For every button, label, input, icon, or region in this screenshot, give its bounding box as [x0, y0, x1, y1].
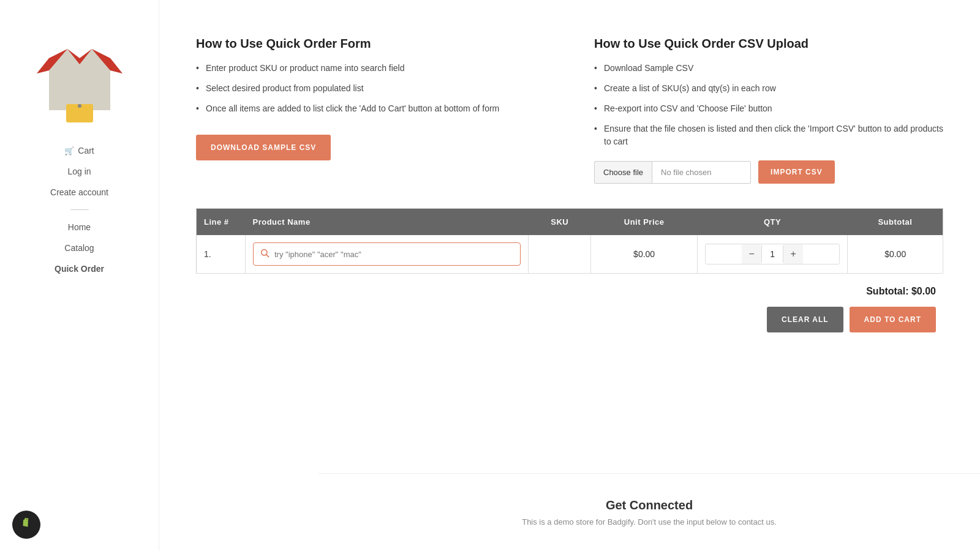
cart-icon	[64, 146, 74, 156]
table-footer: Subtotal: $0.00 CLEAR ALL ADD TO CART	[196, 274, 943, 345]
choose-file-button[interactable]: Choose file	[595, 162, 652, 183]
sidebar: Cart Log in Create account Home Catalog …	[0, 0, 159, 551]
sidebar-item-cart[interactable]: Cart	[12, 141, 146, 160]
row-line-number: 1.	[197, 235, 246, 274]
search-icon	[260, 248, 270, 260]
csv-instruction-4: Ensure that the file chosen is listed an…	[594, 122, 943, 148]
page-footer: Get Connected This is a demo store for B…	[318, 473, 980, 551]
sidebar-item-create-account[interactable]: Create account	[12, 182, 146, 202]
csv-instruction-3: Re-export into CSV and 'Choose File' but…	[594, 102, 943, 115]
row-sku-cell	[529, 235, 591, 274]
col-sku: SKU	[529, 209, 591, 236]
row-subtotal-cell: $0.00	[848, 235, 943, 274]
csv-instruction-1: Download Sample CSV	[594, 62, 943, 75]
csv-upload-row: Choose file No file chosen IMPORT CSV	[594, 160, 943, 184]
import-csv-button[interactable]: IMPORT CSV	[758, 160, 835, 184]
table-header: Line # Product Name SKU Unit Price QTY S…	[197, 209, 943, 236]
row-qty-cell: − 1 +	[697, 235, 848, 274]
main-content: How to Use Quick Order Form Enter produc…	[159, 0, 980, 473]
qty-stepper: − 1 +	[705, 244, 840, 264]
qty-decrease-button[interactable]: −	[742, 244, 761, 264]
quick-order-form-instructions: How to Use Quick Order Form Enter produc…	[196, 37, 545, 184]
shopify-icon	[19, 516, 34, 534]
qty-increase-button[interactable]: +	[783, 244, 803, 264]
add-to-cart-button[interactable]: ADD TO CART	[850, 307, 936, 332]
instructions-section: How to Use Quick Order Form Enter produc…	[196, 37, 943, 184]
clear-all-button[interactable]: CLEAR ALL	[767, 307, 843, 332]
store-logo	[31, 24, 129, 122]
order-table: Line # Product Name SKU Unit Price QTY S…	[196, 208, 943, 274]
col-unit-price: Unit Price	[591, 209, 697, 236]
qty-value: 1	[761, 246, 783, 263]
instruction-item-1: Enter product SKU or product name into s…	[196, 62, 545, 75]
no-file-text: No file chosen	[652, 162, 750, 183]
col-subtotal: Subtotal	[848, 209, 943, 236]
product-search-wrapper	[253, 242, 521, 266]
csv-upload-title: How to Use Quick Order CSV Upload	[594, 37, 943, 51]
svg-line-8	[266, 255, 269, 257]
instruction-item-3: Once all items are added to list click t…	[196, 102, 545, 115]
sidebar-divider	[70, 209, 89, 210]
sidebar-nav: Cart Log in Create account Home Catalog …	[12, 141, 146, 279]
table-row: 1.	[197, 235, 943, 274]
sidebar-item-home[interactable]: Home	[12, 217, 146, 237]
download-sample-csv-button[interactable]: DOWNLOAD SAMPLE CSV	[196, 135, 331, 160]
shopify-badge[interactable]	[12, 511, 40, 539]
col-qty: QTY	[697, 209, 848, 236]
row-unit-price-cell: $0.00	[591, 235, 697, 274]
instruction-item-2: Select desired product from populated li…	[196, 82, 545, 95]
footer-title: Get Connected	[355, 498, 943, 512]
table-header-row: Line # Product Name SKU Unit Price QTY S…	[197, 209, 943, 236]
csv-upload-instructions: How to Use Quick Order CSV Upload Downlo…	[594, 37, 943, 184]
sidebar-item-quick-order[interactable]: Quick Order	[12, 259, 146, 279]
table-body: 1.	[197, 235, 943, 274]
sidebar-item-login[interactable]: Log in	[12, 162, 146, 181]
file-input-wrapper: Choose file No file chosen	[594, 161, 751, 184]
footer-subtitle: This is a demo store for Badgify. Don't …	[355, 517, 943, 527]
product-search-input[interactable]	[274, 250, 514, 259]
quick-order-form-title: How to Use Quick Order Form	[196, 37, 545, 51]
col-product-name: Product Name	[246, 209, 529, 236]
cart-label: Cart	[78, 146, 94, 156]
row-product-name-cell	[246, 235, 529, 274]
csv-upload-list: Download Sample CSV Create a list of SKU…	[594, 62, 943, 148]
subtotal-text: Subtotal: $0.00	[203, 286, 936, 297]
csv-instruction-2: Create a list of SKU(s) and qty(s) in ea…	[594, 82, 943, 95]
quick-order-form-list: Enter product SKU or product name into s…	[196, 62, 545, 115]
sidebar-item-catalog[interactable]: Catalog	[12, 238, 146, 258]
col-line: Line #	[197, 209, 246, 236]
action-buttons: CLEAR ALL ADD TO CART	[203, 307, 936, 332]
